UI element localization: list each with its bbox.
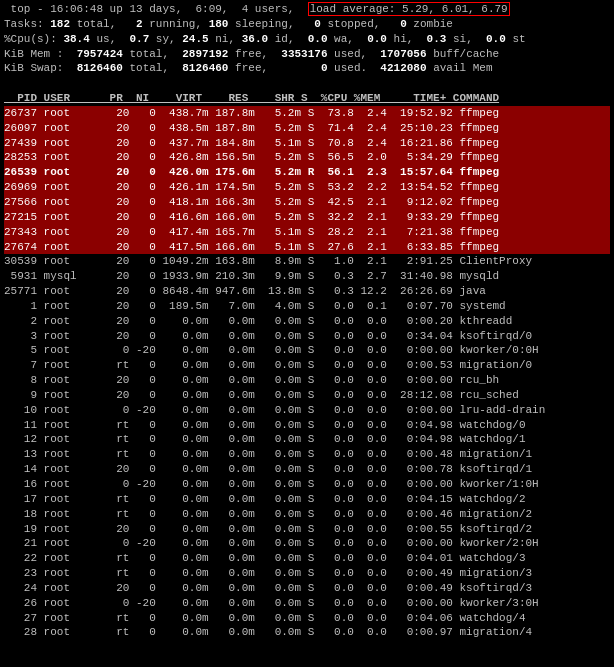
table-row: 12 root rt 0 0.0m 0.0m 0.0m S 0.0 0.0 0:… bbox=[4, 432, 610, 447]
table-row: 27343 root 20 0 417.4m 165.7m 5.1m S 28.… bbox=[4, 225, 610, 240]
table-row: 5931 mysql 20 0 1933.9m 210.3m 9.9m S 0.… bbox=[4, 269, 610, 284]
terminal-window: top - 16:06:48 up 13 days, 6:09, 4 users… bbox=[0, 0, 614, 642]
table-row: 28 root rt 0 0.0m 0.0m 0.0m S 0.0 0.0 0:… bbox=[4, 625, 610, 640]
top-header-line3: %Cpu(s): 38.4 us, 0.7 sy, 24.5 ni, 36.0 … bbox=[4, 32, 610, 47]
table-row: 17 root rt 0 0.0m 0.0m 0.0m S 0.0 0.0 0:… bbox=[4, 492, 610, 507]
table-row: 26 root 0 -20 0.0m 0.0m 0.0m S 0.0 0.0 0… bbox=[4, 596, 610, 611]
table-row: 21 root 0 -20 0.0m 0.0m 0.0m S 0.0 0.0 0… bbox=[4, 536, 610, 551]
table-row: 26539 root 20 0 426.0m 175.6m 5.2m R 56.… bbox=[4, 165, 610, 180]
empty-line bbox=[4, 76, 610, 91]
table-row: 7 root rt 0 0.0m 0.0m 0.0m S 0.0 0.0 0:0… bbox=[4, 358, 610, 373]
table-row: 22 root rt 0 0.0m 0.0m 0.0m S 0.0 0.0 0:… bbox=[4, 551, 610, 566]
table-row: 8 root 20 0 0.0m 0.0m 0.0m S 0.0 0.0 0:0… bbox=[4, 373, 610, 388]
table-row: 1 root 20 0 189.5m 7.0m 4.0m S 0.0 0.1 0… bbox=[4, 299, 610, 314]
table-row: 30539 root 20 0 1049.2m 163.8m 8.9m S 1.… bbox=[4, 254, 610, 269]
process-list: 26737 root 20 0 438.7m 187.8m 5.2m S 73.… bbox=[4, 106, 610, 640]
table-row: 26969 root 20 0 426.1m 174.5m 5.2m S 53.… bbox=[4, 180, 610, 195]
table-row: 2 root 20 0 0.0m 0.0m 0.0m S 0.0 0.0 0:0… bbox=[4, 314, 610, 329]
table-row: 16 root 0 -20 0.0m 0.0m 0.0m S 0.0 0.0 0… bbox=[4, 477, 610, 492]
table-row: 25771 root 20 0 8648.4m 947.6m 13.8m S 0… bbox=[4, 284, 610, 299]
table-row: 27439 root 20 0 437.7m 184.8m 5.1m S 70.… bbox=[4, 136, 610, 151]
table-row: 26097 root 20 0 438.5m 187.8m 5.2m S 71.… bbox=[4, 121, 610, 136]
table-row: 27674 root 20 0 417.5m 166.6m 5.1m S 27.… bbox=[4, 240, 610, 255]
table-row: 28253 root 20 0 426.8m 156.5m 5.2m S 56.… bbox=[4, 150, 610, 165]
table-row: 11 root rt 0 0.0m 0.0m 0.0m S 0.0 0.0 0:… bbox=[4, 418, 610, 433]
column-header: PID USER PR NI VIRT RES SHR S %CPU %MEM … bbox=[4, 91, 610, 106]
table-row: 27 root rt 0 0.0m 0.0m 0.0m S 0.0 0.0 0:… bbox=[4, 611, 610, 626]
top-header-line5: KiB Swap: 8126460 total, 8126460 free, 0… bbox=[4, 61, 610, 76]
load-average-box: load average: 5.29, 6.01, 6.79 bbox=[308, 2, 510, 16]
top-header-line4: KiB Mem : 7957424 total, 2897192 free, 3… bbox=[4, 47, 610, 62]
table-row: 23 root rt 0 0.0m 0.0m 0.0m S 0.0 0.0 0:… bbox=[4, 566, 610, 581]
table-row: 24 root 20 0 0.0m 0.0m 0.0m S 0.0 0.0 0:… bbox=[4, 581, 610, 596]
top-header-line2: Tasks: 182 total, 2 running, 180 sleepin… bbox=[4, 17, 610, 32]
table-row: 3 root 20 0 0.0m 0.0m 0.0m S 0.0 0.0 0:3… bbox=[4, 329, 610, 344]
table-row: 19 root 20 0 0.0m 0.0m 0.0m S 0.0 0.0 0:… bbox=[4, 522, 610, 537]
table-row: 27215 root 20 0 416.6m 166.0m 5.2m S 32.… bbox=[4, 210, 610, 225]
table-row: 10 root 0 -20 0.0m 0.0m 0.0m S 0.0 0.0 0… bbox=[4, 403, 610, 418]
table-row: 13 root rt 0 0.0m 0.0m 0.0m S 0.0 0.0 0:… bbox=[4, 447, 610, 462]
table-row: 5 root 0 -20 0.0m 0.0m 0.0m S 0.0 0.0 0:… bbox=[4, 343, 610, 358]
table-row: 18 root rt 0 0.0m 0.0m 0.0m S 0.0 0.0 0:… bbox=[4, 507, 610, 522]
table-row: 27566 root 20 0 418.1m 166.3m 5.2m S 42.… bbox=[4, 195, 610, 210]
top-header-line1: top - 16:06:48 up 13 days, 6:09, 4 users… bbox=[4, 2, 610, 17]
table-row: 9 root 20 0 0.0m 0.0m 0.0m S 0.0 0.0 28:… bbox=[4, 388, 610, 403]
table-row: 26737 root 20 0 438.7m 187.8m 5.2m S 73.… bbox=[4, 106, 610, 121]
table-row: 14 root 20 0 0.0m 0.0m 0.0m S 0.0 0.0 0:… bbox=[4, 462, 610, 477]
